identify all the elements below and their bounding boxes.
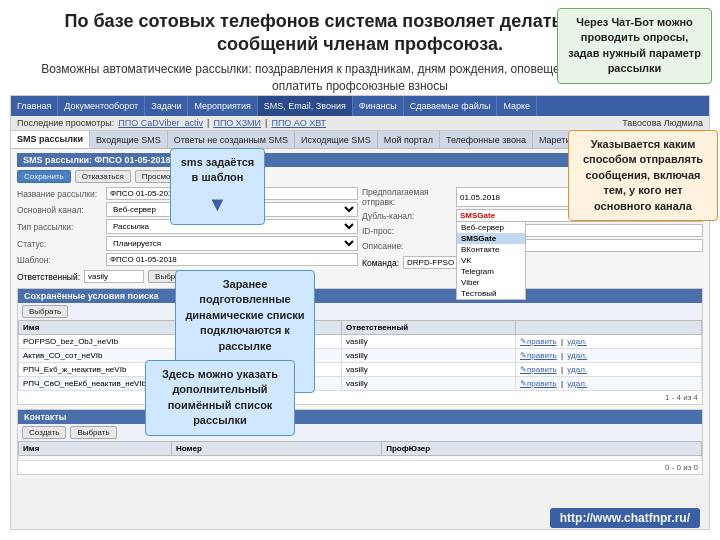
row-responsible: vasilly (341, 377, 515, 391)
breadcrumb-label: Последние просмотры: (17, 118, 114, 128)
nav-item-files[interactable]: Сдаваемые файлы (404, 96, 498, 116)
saved-conditions-table: Имя Ответственный POFPSO_bez_ObJ_неVIb v… (18, 320, 702, 391)
col-actions (515, 321, 701, 335)
tab-sms-outbox[interactable]: Исходящие SMS (295, 131, 378, 148)
arrow-down-icon: ▼ (179, 190, 256, 218)
description-label: Описание: (362, 239, 452, 252)
command-row: Команда: (362, 256, 703, 269)
contacts-table: Имя Номер ПрофЮзер (18, 441, 702, 461)
dual-channel-label: Дубль-канал: (362, 209, 452, 222)
date-label: Предполагаемая отправк: (362, 187, 452, 207)
col-name: Имя (19, 442, 172, 456)
col-profuser: ПрофЮзер (382, 442, 702, 456)
command-label: Команда: (362, 258, 399, 268)
saved-conditions-toolbar: Выбрать (18, 303, 702, 320)
table-row: POFPSO_bez_ObJ_неVIb vasilly ✎править | … (19, 335, 702, 349)
col-responsible: Ответственный (341, 321, 515, 335)
nav-item-sms[interactable]: SMS, Email, Звония (258, 96, 353, 116)
nav-item-finance[interactable]: Финансы (353, 96, 404, 116)
contacts-label: Контакты (24, 412, 66, 422)
row-actions: ✎править | удал. (515, 377, 701, 391)
nav-item-home[interactable]: Главная (11, 96, 58, 116)
user-name: Тавосова Людмила (622, 118, 703, 128)
table-row: РПЧ_Екб_ж_неактив_неVIb vasilly ✎править… (19, 363, 702, 377)
nav-item-docs[interactable]: Документооборот (58, 96, 145, 116)
id-label: ID-прос: (362, 224, 452, 237)
contacts-title: Контакты (18, 410, 702, 424)
nav-item-events[interactable]: Мероприятия (188, 96, 257, 116)
callout-sms-text: sms задаётся в шаблон (181, 156, 255, 183)
contacts-create-button[interactable]: Создать (22, 426, 66, 439)
dropdown-test[interactable]: Тестовый (457, 288, 525, 299)
delete-link[interactable]: удал. (567, 379, 587, 388)
row-actions: ✎править | удал. (515, 349, 701, 363)
callout-zdes-text: Здесь можно указать дополнительный поимё… (162, 368, 278, 426)
nav-item-tasks[interactable]: Задачи (145, 96, 188, 116)
status-select[interactable]: Планируется (106, 236, 358, 251)
contacts-section: Контакты Создать Выбрать Имя Номер ПрофЮ… (17, 409, 703, 475)
url-badge[interactable]: http://www.chatfnpr.ru/ (550, 508, 700, 528)
tab-phone-zvona[interactable]: Телефонные звона (440, 131, 533, 148)
dropdown-vk2[interactable]: VK (457, 255, 525, 266)
dropdown-viber[interactable]: Viber (457, 277, 525, 288)
status-label: Статус: (17, 236, 102, 251)
edit-link[interactable]: ✎править (520, 337, 557, 346)
breadcrumb: Последние просмотры: ППО СaDViber_activ … (11, 116, 709, 131)
contacts-toolbar: Создать Выбрать (18, 424, 702, 441)
type-label: Тип рассылки: (17, 219, 102, 234)
callout-zaranee-text: Заранее подготовленные динамические спис… (185, 278, 304, 352)
responsible-input[interactable] (84, 270, 144, 283)
responsible-label: Ответственный: (17, 272, 80, 282)
dropdown-smsgate[interactable]: SMSGate (457, 233, 525, 244)
table-row: Актив_СО_сот_неVIb vasilly ✎править | уд… (19, 349, 702, 363)
dropdown-webserver[interactable]: Веб-сервер (457, 222, 525, 233)
name-label: Название рассылки: (17, 187, 102, 200)
table-row-empty (19, 456, 702, 461)
callout-zdes: Здесь можно указать дополнительный поимё… (145, 360, 295, 436)
breadcrumb-item2[interactable]: ППО ХЗМИ (213, 118, 261, 128)
table-row: РПЧ_СвО_неЕкб_неактив_неVIb vasilly ✎пра… (19, 377, 702, 391)
edit-link[interactable]: ✎править (520, 379, 557, 388)
breadcrumb-item3[interactable]: ППО АО ХВТ (271, 118, 326, 128)
row-actions: ✎править | удал. (515, 335, 701, 349)
row-actions: ✎править | удал. (515, 363, 701, 377)
saved-conditions-select-button[interactable]: Выбрать (22, 305, 68, 318)
edit-link[interactable]: ✎править (520, 365, 557, 374)
cancel-button[interactable]: Отказаться (75, 170, 131, 183)
callout-sms: sms задаётся в шаблон ▼ (170, 148, 265, 225)
saved-conditions-pagination: 1 - 4 из 4 (18, 391, 702, 404)
edit-link[interactable]: ✎править (520, 351, 557, 360)
channel-label: Основной канал: (17, 202, 102, 217)
callout-ukazyvaetsya-text: Указывается каким способом отправлять со… (583, 138, 703, 212)
tab-myportal[interactable]: Мой портал (378, 131, 440, 148)
nav-bar: Главная Документооборот Задачи Мероприят… (11, 96, 709, 116)
delete-link[interactable]: удал. (567, 337, 587, 346)
delete-link[interactable]: удал. (567, 365, 587, 374)
empty-message (19, 456, 702, 461)
save-button[interactable]: Сохранить (17, 170, 71, 183)
callout-chatbot-text: Через Чат-Бот можно проводить опросы, за… (568, 16, 701, 74)
callout-ukazyvaetsya: Указывается каким способом отправлять со… (568, 130, 718, 221)
saved-conditions-title: Сохранённые условия поиска (18, 289, 702, 303)
row-responsible: vasilly (341, 335, 515, 349)
row-responsible: vasilly (341, 363, 515, 377)
template-input[interactable] (106, 253, 358, 266)
saved-conditions-section: Сохранённые условия поиска Выбрать Имя О… (17, 288, 703, 405)
contacts-pagination: 0 - 0 из 0 (18, 461, 702, 474)
col-number: Номер (171, 442, 381, 456)
dropdown-vk1[interactable]: ВКонтакте (457, 244, 525, 255)
tab-sms-replies[interactable]: Ответы не созданным SMS (168, 131, 295, 148)
row-responsible: vasilly (341, 349, 515, 363)
dropdown-telegram[interactable]: Telegram (457, 266, 525, 277)
dual-channel-dropdown: Веб-сервер SMSGate ВКонтакте VK Telegram… (456, 221, 526, 300)
callout-chatbot: Через Чат-Бот можно проводить опросы, за… (557, 8, 712, 84)
contacts-select-button[interactable]: Выбрать (70, 426, 116, 439)
nav-item-market[interactable]: Марке (497, 96, 537, 116)
tab-sms-send[interactable]: SMS рассылки (11, 131, 90, 148)
tab-sms-inbox[interactable]: Входящие SMS (90, 131, 168, 148)
delete-link[interactable]: удал. (567, 351, 587, 360)
breadcrumb-item1[interactable]: ППО СaDViber_activ (118, 118, 203, 128)
template-label: Шаблон: (17, 253, 102, 266)
saved-conditions-label: Сохранённые условия поиска (24, 291, 158, 301)
